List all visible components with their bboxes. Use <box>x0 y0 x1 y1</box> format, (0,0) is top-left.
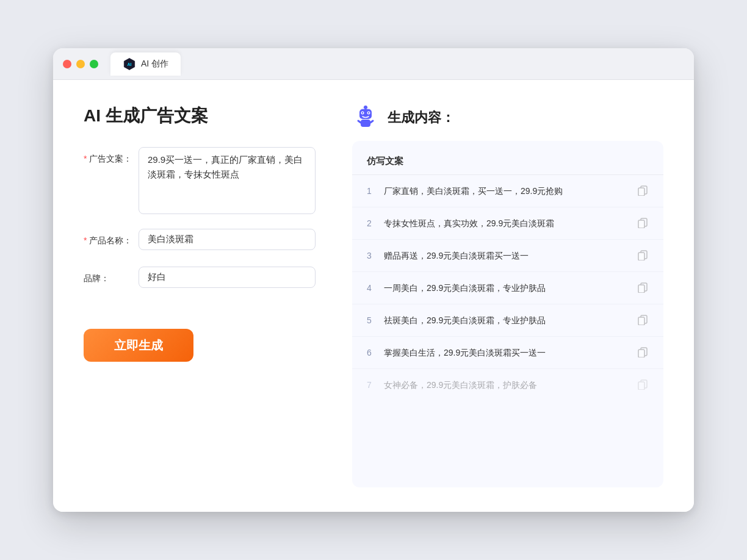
svg-rect-14 <box>638 188 644 196</box>
product-label: 产品名称： <box>84 229 139 252</box>
brand-input[interactable] <box>139 267 316 288</box>
svg-text:AI: AI <box>127 62 131 66</box>
maximize-button[interactable] <box>90 60 98 68</box>
result-text: 女神必备，29.9元美白淡斑霜，护肤必备 <box>384 379 637 392</box>
ad-textarea[interactable] <box>139 147 316 214</box>
copy-button[interactable] <box>637 248 649 263</box>
result-row: 6掌握美白生活，29.9元美白淡斑霜买一送一 <box>352 337 663 369</box>
tab-ai-creation[interactable]: AI AI 创作 <box>110 52 181 76</box>
results-list: 1厂家直销，美白淡斑霜，买一送一，29.9元抢购 2专抹女性斑点，真实功效，29… <box>352 175 663 401</box>
svg-rect-24 <box>638 350 644 357</box>
result-number: 6 <box>367 348 384 357</box>
result-row: 4一周美白，29.9元美白淡斑霜，专业护肤品 <box>352 272 663 304</box>
right-header: 生成内容： <box>352 104 663 131</box>
result-text: 祛斑美白，29.9元美白淡斑霜，专业护肤品 <box>384 314 637 327</box>
right-panel: 生成内容： 仿写文案 1厂家直销，美白淡斑霜，买一送一，29.9元抢购 2专抹女… <box>352 104 663 487</box>
product-name-group: 产品名称： <box>84 229 316 252</box>
result-row: 5祛斑美白，29.9元美白淡斑霜，专业护肤品 <box>352 304 663 337</box>
svg-rect-20 <box>638 285 644 293</box>
svg-line-11 <box>358 121 361 123</box>
copy-button[interactable] <box>637 313 649 328</box>
page-title: AI 生成广告文案 <box>84 104 316 127</box>
brand-group: 品牌： <box>84 267 316 290</box>
result-number: 4 <box>367 283 384 293</box>
column-header: 仿写文案 <box>367 156 403 167</box>
product-input[interactable] <box>139 229 316 250</box>
generate-button[interactable]: 立即生成 <box>84 329 193 362</box>
ai-tab-icon: AI <box>123 57 136 71</box>
left-panel: AI 生成广告文案 广告文案： 产品名称： 品牌： 立即生成 <box>84 104 316 487</box>
result-number: 7 <box>367 380 384 390</box>
svg-rect-18 <box>638 253 644 260</box>
right-title: 生成内容： <box>388 109 455 127</box>
copy-button[interactable] <box>637 184 649 198</box>
result-text: 掌握美白生活，29.9元美白淡斑霜买一送一 <box>384 346 637 359</box>
copy-button[interactable] <box>637 378 649 392</box>
copy-button[interactable] <box>637 281 649 295</box>
svg-rect-26 <box>638 382 644 390</box>
svg-rect-16 <box>638 220 644 228</box>
result-number: 5 <box>367 315 384 325</box>
result-text: 赠品再送，29.9元美白淡斑霜买一送一 <box>384 249 637 262</box>
result-text: 一周美白，29.9元美白淡斑霜，专业护肤品 <box>384 282 637 295</box>
copy-button[interactable] <box>637 216 649 231</box>
svg-rect-22 <box>638 317 644 325</box>
ad-copy-group: 广告文案： <box>84 147 316 214</box>
result-number: 1 <box>367 186 384 196</box>
svg-rect-10 <box>361 120 370 127</box>
copy-button[interactable] <box>637 345 649 360</box>
svg-point-8 <box>362 112 363 113</box>
brand-label: 品牌： <box>84 267 139 290</box>
browser-window: AI AI 创作 AI 生成广告文案 广告文案： 产品名称： 品牌： <box>53 48 694 512</box>
result-row: 2专抹女性斑点，真实功效，29.9元美白淡斑霜 <box>352 207 663 240</box>
results-container: 仿写文案 1厂家直销，美白淡斑霜，买一送一，29.9元抢购 2专抹女性斑点，真实… <box>352 141 663 487</box>
tab-label: AI 创作 <box>141 59 168 70</box>
browser-content: AI 生成广告文案 广告文案： 产品名称： 品牌： 立即生成 <box>53 80 694 512</box>
result-text: 厂家直销，美白淡斑霜，买一送一，29.9元抢购 <box>384 185 637 198</box>
robot-icon <box>352 104 379 131</box>
close-button[interactable] <box>63 60 71 68</box>
ad-label: 广告文案： <box>84 147 139 170</box>
traffic-lights <box>63 60 98 68</box>
svg-line-12 <box>370 121 373 123</box>
result-text: 专抹女性斑点，真实功效，29.9元美白淡斑霜 <box>384 217 637 230</box>
result-row: 7女神必备，29.9元美白淡斑霜，护肤必备 <box>352 369 663 401</box>
results-header: 仿写文案 <box>352 151 663 175</box>
result-row: 3赠品再送，29.9元美白淡斑霜买一送一 <box>352 240 663 272</box>
titlebar: AI AI 创作 <box>53 48 694 80</box>
result-number: 3 <box>367 251 384 260</box>
minimize-button[interactable] <box>76 60 85 68</box>
result-row: 1厂家直销，美白淡斑霜，买一送一，29.9元抢购 <box>352 175 663 207</box>
svg-point-9 <box>368 112 369 113</box>
result-number: 2 <box>367 218 384 228</box>
